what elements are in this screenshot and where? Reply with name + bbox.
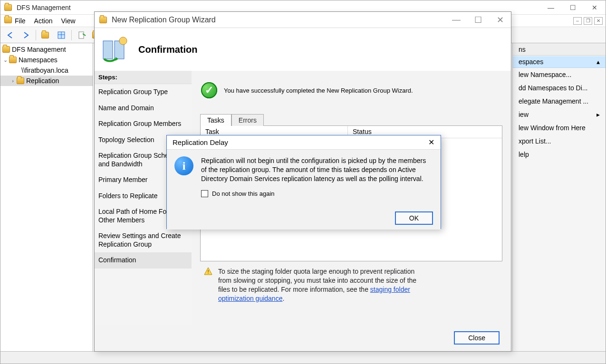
collapse-up-icon[interactable]: ▴	[596, 58, 600, 66]
main-title: DFS Management	[17, 4, 71, 11]
wizard-minimize-button[interactable]: —	[445, 13, 467, 27]
tab-tasks[interactable]: Tasks	[200, 114, 231, 126]
step-8[interactable]: Review Settings and Create Replication G…	[95, 228, 192, 252]
action-delegate[interactable]: elegate Management ...	[513, 95, 606, 108]
success-row: ✓ You have successfully completed the Ne…	[200, 78, 502, 107]
actions-subheader: espaces ▴	[513, 56, 606, 68]
dialog-titlebar: Replication Delay ✕	[167, 135, 441, 150]
wizard-close-button[interactable]: ✕	[489, 13, 511, 27]
tabs: Tasks Errors	[200, 114, 502, 125]
tree-namespaces-label: Namespaces	[19, 56, 58, 64]
folder-icon	[17, 77, 24, 84]
tree-replication[interactable]: › Replication	[0, 76, 93, 86]
statusbar	[0, 351, 606, 364]
menu-aux-close[interactable]: ✕	[594, 17, 603, 25]
folder-icon	[9, 57, 17, 63]
svg-text:!: !	[207, 269, 209, 275]
action-new-window[interactable]: lew Window from Here	[513, 121, 606, 134]
tree-ns-label: \\firatboyan.loca	[21, 67, 68, 74]
step-0[interactable]: Replication Group Type	[95, 84, 192, 100]
tab-errors[interactable]: Errors	[231, 114, 264, 126]
checkbox-row: Do not show this again	[201, 190, 433, 197]
actions-sub-label: espaces	[519, 58, 543, 66]
tree-ns-item[interactable]: \\firatboyan.loca	[0, 65, 93, 76]
wizard-titlebar: New Replication Group Wizard — ☐ ✕	[95, 12, 511, 28]
tree-replication-label: Replication	[26, 77, 59, 85]
svg-rect-3	[79, 32, 84, 38]
action-new-namespace[interactable]: lew Namespace...	[513, 68, 606, 81]
close-button[interactable]: ✕	[584, 0, 606, 15]
close-button[interactable]: Close	[454, 331, 500, 345]
dialog-text: Replication will not begin until the con…	[201, 156, 433, 183]
wizard-title: New Replication Group Wizard	[112, 16, 216, 24]
svg-point-6	[119, 37, 127, 45]
dont-show-checkbox[interactable]	[201, 190, 208, 197]
tree-root[interactable]: DFS Management	[0, 44, 93, 55]
folder-icon	[2, 46, 10, 53]
svg-rect-4	[103, 41, 113, 59]
expand-icon[interactable]: ›	[10, 78, 16, 84]
wizard-graphic-icon	[99, 35, 130, 64]
action-add-namespace[interactable]: dd Namespaces to Di...	[513, 81, 606, 95]
hint-text: To size the staging folder quota large e…	[218, 267, 418, 303]
menu-aux-restore[interactable]: ❐	[584, 17, 592, 25]
arrow-left-icon	[6, 31, 15, 39]
hint-row: ! To size the staging folder quota large…	[200, 261, 502, 303]
info-icon: i	[174, 156, 193, 175]
tree-root-label: DFS Management	[12, 46, 66, 53]
actions-pane: ns espaces ▴ lew Namespace... dd Namespa…	[512, 43, 606, 351]
separator	[71, 30, 72, 40]
table-icon	[57, 31, 66, 39]
action-view[interactable]: iew ▸	[513, 108, 606, 121]
menu-action[interactable]: Action	[34, 17, 53, 25]
app-icon	[4, 4, 12, 11]
wizard-maximize-button[interactable]: ☐	[467, 13, 489, 27]
dialog-close-button[interactable]: ✕	[422, 138, 441, 147]
step-1[interactable]: Name and Domain	[95, 100, 192, 116]
steps-header: Steps:	[95, 71, 192, 84]
wizard-header: Confirmation	[95, 28, 511, 71]
menu-file[interactable]: File	[15, 17, 26, 25]
success-text: You have successfully completed the New …	[224, 87, 413, 94]
dialog-content: i Replication will not begin until the c…	[174, 156, 433, 183]
main-win-controls: — ☐ ✕	[540, 0, 606, 14]
nav-back-button[interactable]	[4, 29, 17, 41]
tree-namespaces[interactable]: ⌄ Namespaces	[0, 55, 93, 65]
checkmark-icon: ✓	[201, 82, 217, 98]
nav-forward-button[interactable]	[19, 29, 32, 41]
toolbar-btn-3[interactable]	[76, 29, 88, 41]
action-help[interactable]: lelp	[513, 148, 606, 161]
separator	[36, 30, 36, 40]
menu-icon	[4, 17, 12, 23]
actions-header: ns	[513, 43, 606, 56]
toolbar-btn-2[interactable]	[55, 29, 67, 41]
step-2[interactable]: Replication Group Members	[95, 116, 192, 132]
action-export[interactable]: xport List...	[513, 134, 606, 148]
doc-icon	[77, 31, 86, 39]
dialog-body: i Replication will not begin until the c…	[167, 150, 441, 230]
maximize-button[interactable]: ☐	[562, 0, 584, 15]
toolbar-btn-1[interactable]	[40, 29, 52, 41]
tree-pane: DFS Management ⌄ Namespaces \\firatboyan…	[0, 43, 93, 351]
chevron-right-icon: ▸	[596, 111, 600, 118]
ok-button[interactable]: OK	[395, 211, 433, 225]
wizard-icon	[99, 17, 107, 23]
collapse-icon[interactable]: ⌄	[2, 57, 8, 63]
step-9[interactable]: Confirmation	[95, 252, 192, 268]
dont-show-label: Do not show this again	[212, 190, 275, 197]
minimize-button[interactable]: —	[540, 0, 562, 15]
menu-aux-min[interactable]: –	[573, 17, 582, 25]
dialog-footer: OK	[174, 211, 433, 225]
wizard-heading: Confirmation	[138, 44, 197, 55]
warning-icon: !	[204, 267, 212, 276]
wizard-footer: Close	[95, 325, 511, 351]
dialog-title: Replication Delay	[173, 138, 228, 146]
dialog-replication-delay: Replication Delay ✕ i Replication will n…	[166, 135, 441, 229]
arrow-right-icon	[21, 31, 30, 39]
menu-view[interactable]: View	[61, 17, 75, 25]
